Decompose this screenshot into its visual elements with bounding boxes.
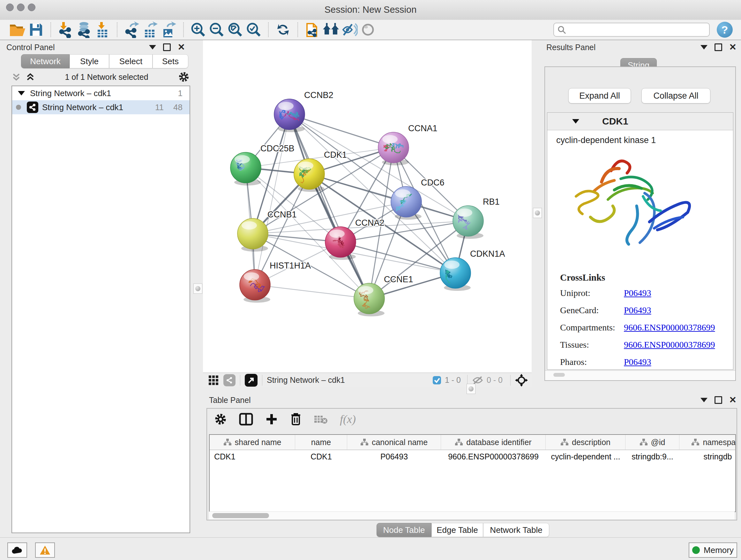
network-collection-row[interactable]: String Network – cdk1 1 bbox=[12, 86, 190, 100]
table-scrollbar-thumb[interactable] bbox=[212, 513, 269, 518]
import-table-button[interactable] bbox=[93, 21, 112, 39]
right-splitter[interactable] bbox=[532, 40, 542, 390]
window-zoom-button[interactable] bbox=[28, 3, 36, 11]
table-options-gear-icon[interactable] bbox=[214, 413, 227, 426]
show-columns-icon[interactable] bbox=[239, 413, 253, 426]
birds-eye-view-icon[interactable] bbox=[245, 374, 258, 387]
save-session-button[interactable] bbox=[27, 21, 45, 39]
window-close-button[interactable] bbox=[6, 3, 14, 11]
right-splitter-handle[interactable] bbox=[533, 208, 542, 218]
table-panel-close-icon[interactable]: ✕ bbox=[729, 397, 737, 403]
tab-network[interactable]: Network bbox=[21, 54, 70, 68]
tab-sets[interactable]: Sets bbox=[152, 54, 188, 68]
crosslink-link[interactable]: P06493 bbox=[624, 305, 651, 315]
table-panel-card: f(x) shared name name canonical name dat… bbox=[206, 408, 737, 520]
results-scrollbar-thumb[interactable] bbox=[553, 373, 565, 377]
left-splitter[interactable] bbox=[192, 40, 203, 537]
cloud-services-button[interactable] bbox=[7, 543, 27, 558]
expand-all-button[interactable]: Expand All bbox=[568, 88, 631, 104]
hide-unhide-button[interactable] bbox=[340, 21, 359, 39]
tab-node-table[interactable]: Node Table bbox=[377, 523, 431, 537]
zoom-fit-button[interactable] bbox=[226, 21, 245, 39]
hidden-eye-icon[interactable] bbox=[472, 375, 483, 385]
help-icon: ? bbox=[722, 23, 728, 36]
refresh-layout-button[interactable] bbox=[274, 21, 292, 39]
expand-all-icon[interactable] bbox=[25, 72, 35, 82]
import-network-file-button[interactable] bbox=[56, 21, 75, 39]
show-graphics-button[interactable] bbox=[359, 21, 377, 39]
collapse-all-icon[interactable] bbox=[11, 72, 21, 82]
results-panel-close-icon[interactable]: ✕ bbox=[729, 44, 737, 51]
network-row[interactable]: String Network – cdk1 11 48 bbox=[12, 100, 190, 114]
left-splitter-handle[interactable] bbox=[193, 284, 202, 294]
crosslink-link[interactable]: 9606.ENSP00000378699 bbox=[624, 322, 715, 333]
string-view-icon[interactable] bbox=[223, 374, 235, 386]
column-header-canonical-name[interactable]: canonical name bbox=[347, 435, 441, 449]
crosslink-label: Pharos: bbox=[560, 357, 624, 367]
open-session-button[interactable] bbox=[8, 21, 27, 39]
column-header-id[interactable]: @id bbox=[625, 435, 679, 449]
results-scrollbar[interactable] bbox=[545, 370, 735, 380]
selected-checkbox-icon[interactable] bbox=[432, 375, 442, 385]
annotation-share-button[interactable] bbox=[303, 21, 322, 39]
control-panel-close-icon[interactable]: ✕ bbox=[178, 44, 185, 51]
crosslink-link[interactable]: P06493 bbox=[624, 357, 651, 367]
toolbar-separator bbox=[268, 22, 269, 37]
search-field[interactable] bbox=[553, 23, 710, 37]
search-input[interactable] bbox=[566, 25, 706, 35]
results-panel-float-icon[interactable] bbox=[715, 44, 722, 51]
window-minimize-button[interactable] bbox=[17, 3, 24, 11]
network-label: String Network – cdk1 bbox=[42, 103, 123, 112]
table-toolbar: f(x) bbox=[214, 413, 356, 426]
network-graph[interactable]: CCNB2CCNA1CDC25BCDK1CDC6RB1CCNB1CCNA2CDK… bbox=[203, 40, 532, 373]
zoom-selected-button[interactable] bbox=[245, 21, 263, 39]
zoom-in-button[interactable] bbox=[189, 21, 207, 39]
export-image-button[interactable] bbox=[159, 21, 178, 39]
tab-style[interactable]: Style bbox=[70, 54, 109, 68]
tab-edge-table[interactable]: Edge Table bbox=[431, 523, 483, 537]
column-header-shared-name[interactable]: shared name bbox=[210, 435, 295, 449]
home-networks-button[interactable] bbox=[322, 21, 340, 39]
table-scrollbar[interactable] bbox=[209, 511, 735, 519]
column-header-database-identifier[interactable]: database identifier bbox=[441, 435, 546, 449]
tab-select[interactable]: Select bbox=[109, 54, 152, 68]
grid-view-icon[interactable] bbox=[208, 375, 219, 386]
table-panel-menu-icon[interactable] bbox=[700, 398, 708, 402]
control-panel-menu-icon[interactable] bbox=[149, 45, 156, 50]
main-toolbar: ? bbox=[0, 20, 741, 40]
node-label-CCNB2: CCNB2 bbox=[304, 90, 333, 100]
fit-content-crosshair-icon[interactable] bbox=[515, 374, 528, 387]
crosslink-link[interactable]: 9606.ENSP00000378699 bbox=[624, 340, 715, 350]
table-panel-float-icon[interactable] bbox=[715, 396, 722, 404]
network-canvas[interactable]: CCNB2CCNA1CDC25BCDK1CDC6RB1CCNB1CCNA2CDK… bbox=[203, 40, 532, 373]
column-header-name[interactable]: name bbox=[295, 435, 347, 449]
entry-collapse-icon[interactable] bbox=[572, 119, 579, 124]
control-panel-float-icon[interactable] bbox=[163, 44, 171, 51]
tab-network-table[interactable]: Network Table bbox=[483, 523, 549, 537]
warning-icon bbox=[40, 545, 51, 555]
memory-button[interactable]: Memory bbox=[689, 543, 737, 558]
column-header-description[interactable]: description bbox=[546, 435, 625, 449]
warnings-button[interactable] bbox=[35, 543, 55, 558]
collection-expand-icon[interactable] bbox=[18, 91, 25, 96]
delete-column-trash-icon[interactable] bbox=[290, 413, 301, 426]
table-row[interactable]: CDK1 CDK1 P06493 9606.ENSP00000378699 cy… bbox=[210, 450, 735, 463]
crosslink-link[interactable]: P06493 bbox=[624, 288, 651, 298]
import-network-database-button[interactable] bbox=[75, 21, 93, 39]
zoom-out-button[interactable] bbox=[207, 21, 226, 39]
delete-table-icon[interactable] bbox=[314, 414, 328, 425]
results-panel-menu-icon[interactable] bbox=[700, 45, 708, 50]
bottom-splitter[interactable] bbox=[203, 387, 741, 390]
help-button[interactable]: ? bbox=[717, 22, 733, 38]
collapse-all-button[interactable]: Collapse All bbox=[642, 88, 711, 104]
memory-label: Memory bbox=[704, 545, 734, 555]
function-builder-icon[interactable]: f(x) bbox=[340, 413, 356, 426]
column-header-namespace[interactable]: namespace bbox=[679, 435, 736, 449]
cell-id: stringdb:9... bbox=[625, 452, 679, 461]
bottom-splitter-handle[interactable] bbox=[467, 384, 475, 394]
network-options-gear-icon[interactable] bbox=[178, 71, 190, 83]
export-table-button[interactable] bbox=[141, 21, 159, 39]
cdk1-entry-header[interactable]: CDK1 bbox=[547, 113, 733, 130]
add-column-plus-icon[interactable] bbox=[265, 413, 278, 426]
export-network-button[interactable] bbox=[123, 21, 141, 39]
